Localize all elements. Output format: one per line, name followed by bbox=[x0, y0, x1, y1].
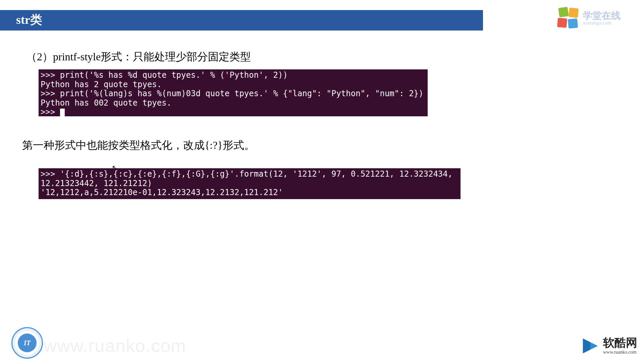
term1-line-3: Python has 002 quote tpyes. bbox=[41, 98, 171, 108]
ruanko-cn: 软酷网 bbox=[603, 337, 637, 349]
ruanko-logo: 软酷网 www.ruanko.com bbox=[581, 337, 637, 355]
xuetangx-icon bbox=[557, 7, 579, 29]
ruanko-en: www.ruanko.com bbox=[603, 350, 637, 355]
slide-title: str类 bbox=[16, 12, 42, 28]
header-underline bbox=[0, 29, 483, 31]
section-heading: （2）printf-style形式：只能处理少部分固定类型 bbox=[26, 50, 251, 64]
term1-line-4: >>> bbox=[41, 107, 60, 117]
badge-text: IT bbox=[18, 334, 37, 352]
ruanko-text: 软酷网 www.ruanko.com bbox=[603, 337, 637, 355]
mouse-cursor-icon: ↖ bbox=[111, 163, 118, 172]
watermark-text: www.ruanko.com bbox=[44, 335, 186, 356]
term1-line-1: Python has 2 quote tpyes. bbox=[41, 80, 162, 89]
institution-badge: IT bbox=[11, 327, 43, 359]
section-note: 第一种形式中也能按类型格式化，改成{:?}形式。 bbox=[22, 138, 255, 153]
term2-line-1: '12,1212,a,5.212210e-01,12.323243,12.213… bbox=[41, 188, 283, 197]
term2-line-0: >>> '{:d},{:s},{:c},{:e},{:f},{:G},{:g}'… bbox=[41, 169, 458, 188]
terminal-block-1: >>> print('%s has %d quote tpyes.' % ('P… bbox=[39, 69, 428, 116]
terminal-block-2: >>> '{:d},{:s},{:c},{:e},{:f},{:G},{:g}'… bbox=[39, 168, 461, 199]
xuetangx-logo: 学堂在线 xuetangx.com bbox=[557, 7, 644, 30]
term1-line-0: >>> print('%s has %d quote tpyes.' % ('P… bbox=[41, 70, 288, 80]
slide-header: str类 bbox=[0, 10, 483, 29]
term1-line-2: >>> print('%(lang)s has %(num)03d quote … bbox=[41, 89, 424, 98]
xuetangx-text: 学堂在线 xuetangx.com bbox=[583, 11, 621, 26]
terminal-cursor-icon bbox=[60, 109, 65, 117]
ruanko-play-icon bbox=[581, 337, 600, 355]
xuetangx-cn: 学堂在线 bbox=[583, 11, 621, 20]
xuetangx-en: xuetangx.com bbox=[583, 20, 621, 26]
